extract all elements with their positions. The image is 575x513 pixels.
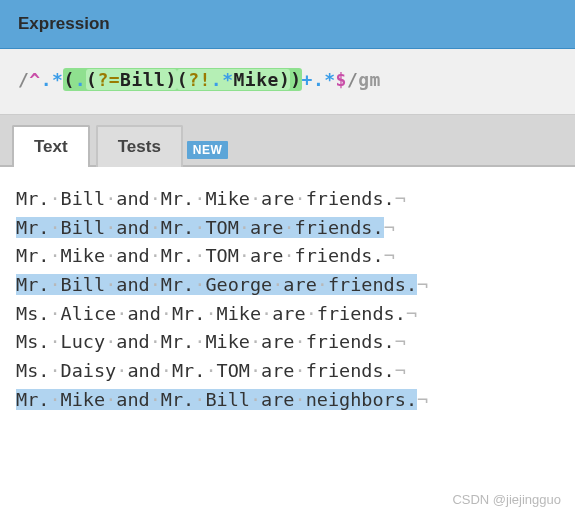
whitespace-dot-icon: · <box>161 303 172 324</box>
match-highlight: Mr.·Bill·and·Mr.·George·are·friends. <box>16 274 417 295</box>
header-title: Expression <box>18 14 110 33</box>
whitespace-dot-icon: · <box>250 360 261 381</box>
regex-flags: gm <box>358 69 381 90</box>
whitespace-dot-icon: · <box>261 303 272 324</box>
regex-star: * <box>52 69 63 90</box>
regex-group-1: (.(?=Bill)(?!.*Mike)) <box>63 68 301 91</box>
text-run: Mr.·Bill·and·Mr.·Mike·are·friends. <box>16 188 395 209</box>
whitespace-dot-icon: · <box>194 217 205 238</box>
whitespace-dot-icon: · <box>49 188 60 209</box>
whitespace-dot-icon: · <box>306 303 317 324</box>
regex-dot: . <box>41 69 52 90</box>
whitespace-dot-icon: · <box>49 389 60 410</box>
whitespace-dot-icon: · <box>49 331 60 352</box>
whitespace-dot-icon: · <box>295 389 306 410</box>
regex-input[interactable]: /^.*(.(?=Bill)(?!.*Mike))+.*$/gm <box>0 49 575 115</box>
whitespace-dot-icon: · <box>49 303 60 324</box>
eol-marker-icon: ¬ <box>417 274 428 295</box>
regex-group-3-neg-lookahead: (?!.*Mike) <box>177 69 290 90</box>
whitespace-dot-icon: · <box>250 331 261 352</box>
regex-dot-2: . <box>313 69 324 90</box>
whitespace-dot-icon: · <box>283 245 294 266</box>
eol-marker-icon: ¬ <box>395 188 406 209</box>
whitespace-dot-icon: · <box>194 331 205 352</box>
whitespace-dot-icon: · <box>250 188 261 209</box>
regex-group-2-lookahead: (?=Bill) <box>86 69 177 90</box>
test-line: Ms.·Lucy·and·Mr.·Mike·are·friends.¬ <box>16 328 559 357</box>
test-line: Ms.·Alice·and·Mr.·Mike·are·friends.¬ <box>16 300 559 329</box>
whitespace-dot-icon: · <box>205 303 216 324</box>
test-line: Mr.·Bill·and·Mr.·George·are·friends.¬ <box>16 271 559 300</box>
whitespace-dot-icon: · <box>105 188 116 209</box>
whitespace-dot-icon: · <box>116 303 127 324</box>
test-line: Mr.·Mike·and·Mr.·Bill·are·neighbors.¬ <box>16 386 559 415</box>
whitespace-dot-icon: · <box>150 188 161 209</box>
whitespace-dot-icon: · <box>194 245 205 266</box>
whitespace-dot-icon: · <box>205 360 216 381</box>
test-line: Mr.·Mike·and·Mr.·TOM·are·friends.¬ <box>16 242 559 271</box>
whitespace-dot-icon: · <box>105 217 116 238</box>
eol-marker-icon: ¬ <box>384 217 395 238</box>
whitespace-dot-icon: · <box>317 274 328 295</box>
eol-marker-icon: ¬ <box>395 331 406 352</box>
whitespace-dot-icon: · <box>239 245 250 266</box>
whitespace-dot-icon: · <box>116 360 127 381</box>
match-highlight: Mr.·Mike·and·Mr.·Bill·are·neighbors. <box>16 389 417 410</box>
whitespace-dot-icon: · <box>239 217 250 238</box>
whitespace-dot-icon: · <box>105 274 116 295</box>
regex-star-2: * <box>324 69 335 90</box>
whitespace-dot-icon: · <box>105 245 116 266</box>
whitespace-dot-icon: · <box>295 331 306 352</box>
whitespace-dot-icon: · <box>272 274 283 295</box>
test-line: Ms.·Daisy·and·Mr.·TOM·are·friends.¬ <box>16 357 559 386</box>
regex-delim-close: / <box>347 69 358 90</box>
whitespace-dot-icon: · <box>49 360 60 381</box>
regex-plus: + <box>302 69 313 90</box>
whitespace-dot-icon: · <box>161 360 172 381</box>
tab-tests[interactable]: Tests <box>96 125 183 167</box>
test-line: Mr.·Bill·and·Mr.·Mike·are·friends.¬ <box>16 185 559 214</box>
whitespace-dot-icon: · <box>295 360 306 381</box>
test-line: Mr.·Bill·and·Mr.·TOM·are·friends.¬ <box>16 214 559 243</box>
match-highlight: Mr.·Bill·and·Mr.·TOM·are·friends. <box>16 217 384 238</box>
badge-new: NEW <box>187 141 229 159</box>
text-run: Ms.·Lucy·and·Mr.·Mike·are·friends. <box>16 331 395 352</box>
whitespace-dot-icon: · <box>49 274 60 295</box>
whitespace-dot-icon: · <box>295 188 306 209</box>
whitespace-dot-icon: · <box>49 245 60 266</box>
expression-header: Expression <box>0 0 575 49</box>
whitespace-dot-icon: · <box>150 245 161 266</box>
whitespace-dot-icon: · <box>194 389 205 410</box>
eol-marker-icon: ¬ <box>395 360 406 381</box>
whitespace-dot-icon: · <box>283 217 294 238</box>
text-run: Ms.·Daisy·and·Mr.·TOM·are·friends. <box>16 360 395 381</box>
tabs-bar: Text Tests NEW <box>0 115 575 167</box>
regex-delim-open: / <box>18 69 29 90</box>
tab-text[interactable]: Text <box>12 125 90 167</box>
whitespace-dot-icon: · <box>150 274 161 295</box>
whitespace-dot-icon: · <box>49 217 60 238</box>
eol-marker-icon: ¬ <box>384 245 395 266</box>
whitespace-dot-icon: · <box>105 331 116 352</box>
text-run: Ms.·Alice·and·Mr.·Mike·are·friends. <box>16 303 406 324</box>
test-text-area[interactable]: Mr.·Bill·and·Mr.·Mike·are·friends.¬Mr.·B… <box>0 167 575 434</box>
whitespace-dot-icon: · <box>150 217 161 238</box>
text-run: Mr.·Mike·and·Mr.·TOM·are·friends. <box>16 245 384 266</box>
eol-marker-icon: ¬ <box>417 389 428 410</box>
whitespace-dot-icon: · <box>150 331 161 352</box>
whitespace-dot-icon: · <box>105 389 116 410</box>
regex-anchor-end: $ <box>336 69 347 90</box>
whitespace-dot-icon: · <box>194 274 205 295</box>
whitespace-dot-icon: · <box>194 188 205 209</box>
whitespace-dot-icon: · <box>250 389 261 410</box>
eol-marker-icon: ¬ <box>406 303 417 324</box>
whitespace-dot-icon: · <box>150 389 161 410</box>
regex-anchor-start: ^ <box>29 69 40 90</box>
